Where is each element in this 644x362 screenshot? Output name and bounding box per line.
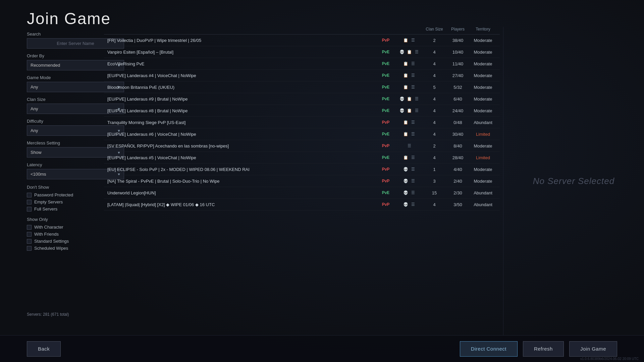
server-name: Underworld Legion[HUN] (107, 190, 376, 195)
server-territory: Moderate (470, 73, 496, 78)
standard-settings-label: Standard Settings (34, 239, 69, 244)
join-game-button[interactable]: Join Game (569, 341, 617, 357)
server-icons: 💀☰ (396, 190, 423, 196)
server-row[interactable]: Vanpiro Esiten [Español] – [Brutal] PvE … (104, 46, 500, 58)
col-header-clansize: Clan Size (423, 27, 446, 32)
direct-connect-button[interactable]: Direct Connect (460, 341, 518, 357)
server-mode: PvP (376, 167, 396, 172)
note-icon: 📋 (402, 119, 409, 125)
server-territory: Abundant (470, 202, 496, 207)
server-clan-size: 1 (423, 167, 446, 172)
server-players: 6/40 (446, 97, 470, 102)
server-mode: PvE (376, 190, 396, 195)
empty-servers-label: Empty Servers (34, 199, 63, 204)
server-name: Bloodmoon Britannia PvE (UK/EU) (107, 85, 376, 90)
server-territory: Moderate (470, 167, 496, 172)
with-friends-label: With Friends (34, 232, 59, 237)
server-mode: PvE (376, 85, 396, 89)
server-territory: Moderate (470, 97, 496, 102)
skull-icon: 💀 (399, 96, 405, 102)
server-row[interactable]: [EU/PVE] Landeraus #9 | Brutal | NoWipe … (104, 93, 500, 105)
server-territory: Moderate (470, 61, 496, 66)
password-protected-checkbox[interactable] (27, 193, 32, 197)
server-row[interactable]: Tranquility Morning Siege PvP [US-East] … (104, 117, 500, 128)
server-name: [EU/PVE] Landeraus #5 | VoiceChat | NoWi… (107, 155, 376, 160)
server-row[interactable]: Bloodmoon Britannia PvE (UK/EU) PvE 📋☰ 5… (104, 81, 500, 93)
server-name: [EU/PVE] Landeraus #6 | VoiceChat | NoWi… (107, 132, 376, 137)
server-players: 24/40 (446, 108, 470, 113)
server-icons: ☰ (396, 143, 423, 149)
list-icon: ☰ (410, 190, 416, 196)
note-icon: 📋 (402, 72, 409, 78)
col-header-players: Players (446, 27, 470, 32)
server-mode: PvE (376, 97, 396, 101)
full-servers-label: Full Servers (34, 206, 57, 212)
server-name: [FR] Voilectia | DuoPVP | Wipe trimestri… (107, 38, 376, 43)
server-players: 10/40 (446, 50, 470, 55)
server-mode: PvP (376, 38, 396, 43)
list-icon: ☰ (410, 119, 416, 125)
with-friends-checkbox[interactable] (27, 232, 32, 237)
list-icon: ☰ (410, 131, 416, 137)
with-character-label: With Character (34, 225, 63, 230)
standard-settings-checkbox[interactable] (27, 239, 32, 244)
server-row[interactable]: Underworld Legion[HUN] PvE 💀☰ 15 2/30 Ab… (104, 187, 500, 199)
server-row[interactable]: [EU/PVE] Landeraus #8 | Brutal | NoWipe … (104, 105, 500, 117)
server-icons: 💀☰ (396, 166, 423, 172)
server-row[interactable]: [NA] The Spiral - PvPvE | Brutal | Solo-… (104, 175, 500, 187)
server-row[interactable]: [FR] Voilectia | DuoPVP | Wipe trimestri… (104, 35, 500, 46)
server-row[interactable]: [EU/PVE] Landeraus #4 | VoiceChat | NoWi… (104, 70, 500, 81)
server-name: [LATAM] |Squad| [Hybrid] [X2] ◆ WIPE 01/… (107, 202, 376, 207)
server-name: [EU/PVE] Landeraus #8 | Brutal | NoWipe (107, 108, 376, 113)
server-name: Tranquility Morning Siege PvP [US-East] (107, 120, 376, 125)
server-territory: Limited (470, 132, 496, 137)
server-row[interactable]: [EU/PVE] Landeraus #5 | VoiceChat | NoWi… (104, 152, 500, 164)
server-icons: 💀☰ (396, 201, 423, 207)
server-players: 27/40 (446, 73, 470, 78)
server-mode: PvP (376, 179, 396, 183)
server-clan-size: 2 (423, 143, 446, 148)
server-territory: Abundant (470, 120, 496, 125)
note-icon: 📋 (406, 96, 412, 102)
server-mode: PvP (376, 120, 396, 125)
server-clan-size: 15 (423, 190, 446, 195)
server-icons: 📋☰ (396, 119, 423, 125)
server-icons: 📋☰ (396, 131, 423, 137)
server-clan-size: 4 (423, 108, 446, 113)
version-text: v1.0.6.80389b6/2024-06-02 20:09 UTC (580, 357, 639, 361)
skull-icon: 💀 (402, 201, 409, 207)
with-character-checkbox[interactable] (27, 225, 32, 230)
server-row[interactable]: [EU/PVE] Landeraus #6 | VoiceChat | NoWi… (104, 128, 500, 140)
server-players: 28/40 (446, 155, 470, 160)
back-button[interactable]: Back (27, 341, 61, 357)
note-icon: 📋 (402, 131, 409, 137)
server-icons: 📋☰ (396, 72, 423, 78)
server-name: [EU/PVE] Landeraus #9 | Brutal | NoWipe (107, 97, 376, 102)
no-server-selected-text: No Server Selected (533, 176, 614, 186)
server-row[interactable]: [SV ESPAÑOL RP/PVP] Acechando en las som… (104, 140, 500, 152)
server-clan-size: 4 (423, 50, 446, 55)
server-list-container: Clan Size Players Territory [FR] Voilect… (104, 27, 500, 335)
server-list: [FR] Voilectia | DuoPVP | Wipe trimestri… (104, 35, 500, 333)
server-row[interactable]: [LATAM] |Squad| [Hybrid] [X2] ◆ WIPE 01/… (104, 199, 500, 210)
server-row[interactable]: [EU] ECLIPSE - Solo PvP | 2x - MODED | W… (104, 164, 500, 175)
server-territory: Abundant (470, 190, 496, 195)
full-servers-checkbox[interactable] (27, 207, 32, 212)
server-territory: Moderate (470, 50, 496, 55)
server-territory: Moderate (470, 143, 496, 148)
server-clan-size: 4 (423, 202, 446, 207)
list-icon: ☰ (410, 37, 416, 43)
server-players: 2/30 (446, 190, 470, 195)
list-icon: ☰ (410, 61, 416, 67)
skull-icon: 💀 (399, 108, 405, 114)
server-territory: Moderate (470, 179, 496, 184)
server-row[interactable]: EcoVilleRising PvE PvE 📋☰ 4 11/40 Modera… (104, 58, 500, 70)
servers-count: Servers: 281 (671 total) (27, 312, 69, 317)
server-clan-size: 3 (423, 179, 446, 184)
server-name: [SV ESPAÑOL RP/PVP] Acechando en las som… (107, 143, 376, 148)
scheduled-wipes-checkbox[interactable] (27, 246, 32, 251)
note-icon: 📋 (406, 49, 412, 55)
server-players: 30/40 (446, 132, 470, 137)
empty-servers-checkbox[interactable] (27, 200, 32, 204)
refresh-button[interactable]: Refresh (523, 341, 564, 357)
